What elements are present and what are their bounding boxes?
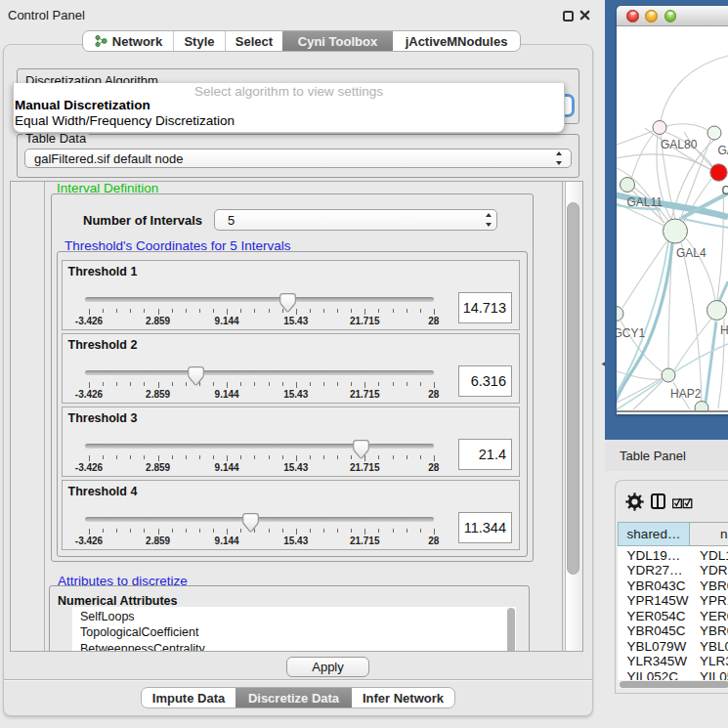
- svg-text:GAL80: GAL80: [661, 138, 698, 151]
- svg-text:GCY1: GCY1: [617, 326, 646, 340]
- svg-text:GAL4: GAL4: [676, 246, 707, 260]
- svg-text:H: H: [720, 323, 728, 337]
- svg-text:HAP2: HAP2: [670, 387, 702, 401]
- svg-text:GA: GA: [718, 144, 728, 157]
- svg-text:C: C: [722, 184, 728, 197]
- svg-text:GAL11: GAL11: [627, 195, 664, 209]
